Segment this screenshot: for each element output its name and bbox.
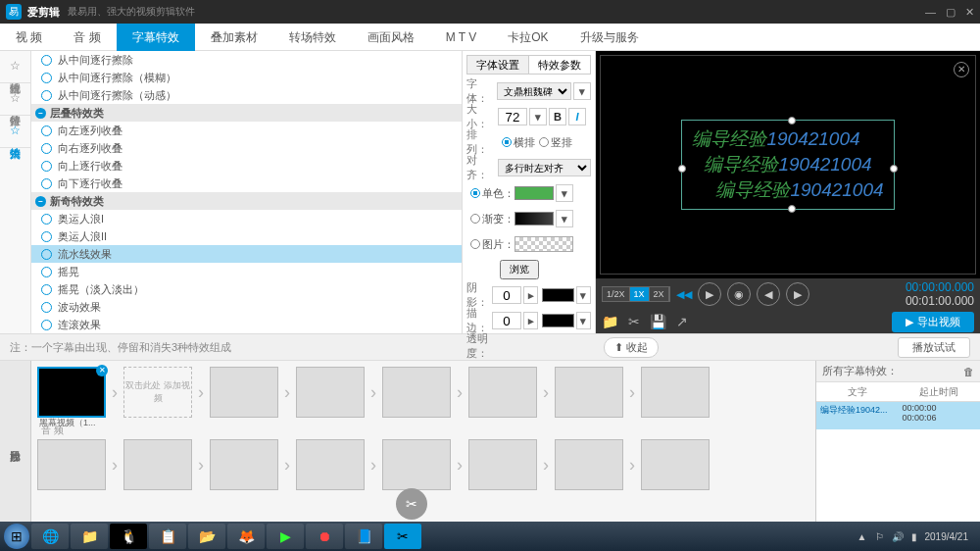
minimize-button[interactable]: — xyxy=(925,6,936,19)
arrange-v-radio[interactable] xyxy=(539,137,549,147)
empty-slot[interactable] xyxy=(641,367,710,418)
empty-slot[interactable] xyxy=(210,367,278,418)
effect-item[interactable]: 从中间逐行擦除（动感） xyxy=(31,86,462,104)
preview-close-icon[interactable]: ✕ xyxy=(954,62,969,77)
effect-item[interactable]: 摇晃（淡入淡出） xyxy=(31,280,462,298)
empty-slot[interactable] xyxy=(468,367,537,418)
taskbar-app[interactable]: 🐧 xyxy=(110,524,147,549)
prev-frame-button[interactable]: ◀ xyxy=(757,282,780,306)
audio-slot[interactable] xyxy=(123,439,192,490)
empty-slot[interactable] xyxy=(382,367,451,418)
speed-1/2X[interactable]: 1/2X xyxy=(603,287,630,301)
start-button[interactable]: ⊞ xyxy=(4,524,29,549)
color-swatch[interactable] xyxy=(514,186,554,200)
speed-1X[interactable]: 1X xyxy=(630,287,650,301)
color-solid-radio[interactable] xyxy=(470,188,480,198)
tab-effect-params[interactable]: 特效参数 xyxy=(529,56,590,74)
tray-flag-icon[interactable]: ⚐ xyxy=(875,531,884,542)
video-clip[interactable]: ✕ 黑幕视频（1... xyxy=(37,367,106,418)
tray-network-icon[interactable]: ▮ xyxy=(911,531,917,542)
side-tab-2[interactable]: ☆消失特效 xyxy=(0,116,30,148)
share-icon[interactable]: ↗ xyxy=(676,314,688,329)
effect-item[interactable]: 连滚效果 xyxy=(31,316,462,333)
audio-slot[interactable] xyxy=(382,439,451,490)
audio-slot[interactable] xyxy=(468,439,537,490)
effect-item[interactable]: 向下逐行收叠 xyxy=(31,175,462,192)
effect-item[interactable]: 摇晃 xyxy=(31,263,462,280)
remove-clip-icon[interactable]: ✕ xyxy=(96,365,108,376)
effect-item[interactable]: 从中间逐行擦除 xyxy=(31,51,462,69)
tab-6[interactable]: M T V xyxy=(430,24,493,51)
taskbar-app[interactable]: ▶ xyxy=(267,524,304,549)
shadow-input[interactable] xyxy=(492,286,521,304)
effect-item[interactable]: 流水线效果 xyxy=(31,245,462,263)
tab-5[interactable]: 画面风格 xyxy=(352,24,430,51)
save-icon[interactable]: 💾 xyxy=(650,314,666,329)
subtitle-list-item[interactable]: 编导经验19042... 00:00:0000:00:06 xyxy=(816,402,980,429)
tab-4[interactable]: 转场特效 xyxy=(273,24,352,51)
tray-up-icon[interactable]: ▲ xyxy=(858,531,867,542)
cut-icon[interactable]: ✂ xyxy=(628,314,640,329)
shadow-color[interactable] xyxy=(542,288,574,302)
effect-item[interactable]: 奥运人浪II xyxy=(31,227,462,245)
stroke-input[interactable] xyxy=(492,312,521,329)
effect-item[interactable]: 从中间逐行擦除（模糊） xyxy=(31,69,462,86)
taskbar-app[interactable]: 📋 xyxy=(149,524,186,549)
delete-subtitle-icon[interactable]: 🗑 xyxy=(963,366,974,377)
close-button[interactable]: ✕ xyxy=(965,6,974,19)
empty-slot[interactable] xyxy=(296,367,365,418)
scissors-button[interactable]: ✂ xyxy=(396,488,427,520)
taskbar-app[interactable]: 📂 xyxy=(188,524,225,549)
effect-item[interactable]: 奥运人浪I xyxy=(31,210,462,227)
effect-item[interactable]: 波动效果 xyxy=(31,298,462,316)
taskbar-app[interactable]: 📘 xyxy=(345,524,382,549)
add-video-slot[interactable]: 双击此处 添加视频 xyxy=(123,367,192,418)
effect-item[interactable]: 向右逐列收叠 xyxy=(31,139,462,157)
taskbar-app[interactable]: 📁 xyxy=(71,524,108,549)
effect-item[interactable]: −层叠特效类 xyxy=(31,104,462,122)
preview-play-button[interactable]: 播放试试 xyxy=(898,337,970,358)
effect-item[interactable]: −新奇特效类 xyxy=(31,192,462,210)
audio-slot[interactable] xyxy=(555,439,623,490)
tab-1[interactable]: 音 频 xyxy=(58,24,116,51)
font-dropdown-icon[interactable]: ▾ xyxy=(573,82,591,100)
audio-slot[interactable] xyxy=(296,439,365,490)
tab-font-settings[interactable]: 字体设置 xyxy=(467,56,529,74)
stop-button[interactable]: ◉ xyxy=(727,282,751,306)
collapse-button[interactable]: ⬆ 收起 xyxy=(604,337,659,358)
tab-3[interactable]: 叠加素材 xyxy=(195,24,273,51)
gradient-swatch[interactable] xyxy=(514,212,554,225)
side-tab-0[interactable]: ☆出现特效 xyxy=(0,51,30,83)
effect-item[interactable]: 向上逐行收叠 xyxy=(31,157,462,175)
maximize-button[interactable]: ▢ xyxy=(946,6,956,19)
arrange-h-radio[interactable] xyxy=(502,137,512,147)
audio-slot[interactable] xyxy=(641,439,710,490)
subtitle-bounding-box[interactable]: 编导经验190421004 编导经验190421004 编导经验19042100… xyxy=(681,120,894,210)
size-input[interactable] xyxy=(498,108,527,125)
color-image-radio[interactable] xyxy=(470,239,480,249)
rewind-icon[interactable]: ◀◀ xyxy=(676,288,692,301)
audio-slot[interactable] xyxy=(210,439,278,490)
italic-button[interactable]: I xyxy=(568,108,586,125)
taskbar-app[interactable]: ⏺ xyxy=(306,524,343,549)
align-select[interactable]: 多行时左对齐 xyxy=(498,159,591,176)
export-button[interactable]: ▶导出视频 xyxy=(892,312,974,332)
play-button[interactable]: ▶ xyxy=(698,282,721,306)
font-select[interactable]: 文鼎粗魏碑 xyxy=(497,82,571,100)
speed-2X[interactable]: 2X xyxy=(650,287,669,301)
side-tab-1[interactable]: ☆停留特效 xyxy=(0,83,30,116)
taskbar-app[interactable]: 🦊 xyxy=(227,524,265,549)
empty-slot[interactable] xyxy=(555,367,623,418)
taskbar-app[interactable]: ✂ xyxy=(384,524,421,549)
audio-slot[interactable] xyxy=(37,439,106,490)
effect-item[interactable]: 向左逐列收叠 xyxy=(31,122,462,139)
tab-7[interactable]: 卡拉OK xyxy=(492,24,564,51)
tab-2[interactable]: 字幕特效 xyxy=(117,24,195,51)
tray-volume-icon[interactable]: 🔊 xyxy=(892,531,904,542)
browse-button[interactable]: 浏览 xyxy=(500,260,539,279)
tab-0[interactable]: 视 频 xyxy=(0,24,58,51)
bold-button[interactable]: B xyxy=(549,108,566,125)
color-gradient-radio[interactable] xyxy=(470,214,480,224)
next-frame-button[interactable]: ▶ xyxy=(786,282,809,306)
tab-8[interactable]: 升级与服务 xyxy=(564,24,655,51)
